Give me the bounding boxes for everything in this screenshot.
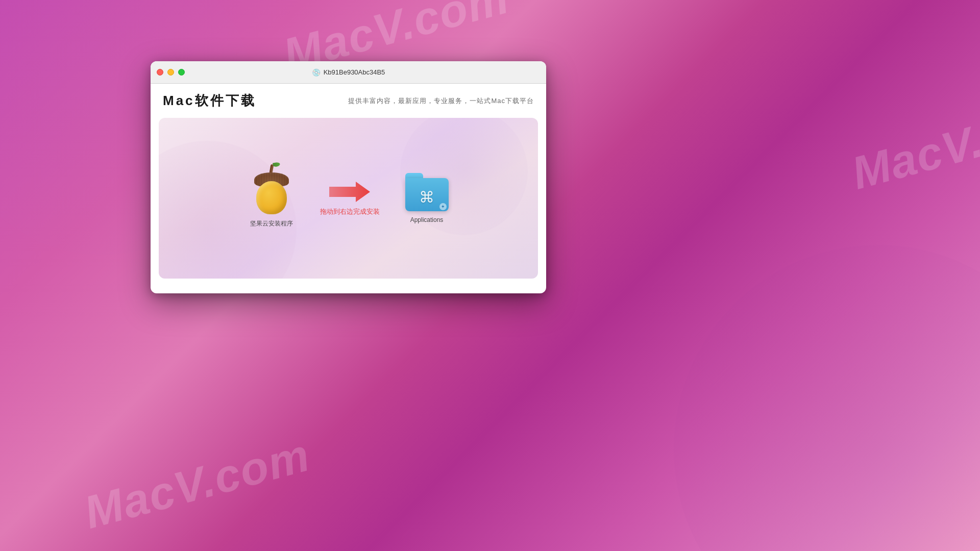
folder-corner-badge: ✦ — [439, 203, 447, 210]
app-icon-item[interactable]: 坚果云安装程序 — [249, 168, 295, 228]
window-title: Kb91Be930Abc34B5 — [324, 68, 385, 76]
drag-arrow-icon — [329, 181, 370, 203]
applications-folder-icon: ⌘ ✦ — [405, 173, 449, 211]
window-title-area: 💿 Kb91Be930Abc34B5 — [312, 68, 385, 77]
app-icon-label: 坚果云安装程序 — [250, 219, 293, 228]
watermark-right: MacV.c — [846, 108, 980, 200]
app-title: Mac软件下载 — [163, 92, 256, 110]
watermark-bottom-left: MacV.com — [79, 429, 315, 539]
svg-marker-0 — [329, 182, 370, 202]
folder-body: ⌘ ✦ — [405, 178, 449, 211]
title-bar: 💿 Kb91Be930Abc34B5 — [151, 61, 546, 84]
dmg-content: 坚果云安装程序 拖动到右边完成安装 — [249, 168, 449, 228]
acorn-body — [256, 181, 287, 214]
minimize-button[interactable] — [167, 69, 174, 76]
installer-window: 💿 Kb91Be930Abc34B5 Mac软件下载 提供丰富内容，最新应用，专… — [151, 61, 546, 293]
disk-icon: 💿 — [312, 68, 321, 77]
app-subtitle: 提供丰富内容，最新应用，专业服务，一站式Mac下载平台 — [348, 96, 534, 106]
folder-app-symbol: ⌘ — [419, 188, 434, 206]
window-header: Mac软件下载 提供丰富内容，最新应用，专业服务，一站式Mac下载平台 — [151, 84, 546, 118]
acorn-app-icon — [249, 168, 295, 214]
traffic-lights — [157, 69, 185, 76]
close-button[interactable] — [157, 69, 163, 76]
applications-folder-item[interactable]: ⌘ ✦ Applications — [405, 173, 449, 223]
bg-shape-2 — [674, 245, 980, 551]
maximize-button[interactable] — [178, 69, 185, 76]
drag-instruction-area: 拖动到右边完成安装 — [320, 181, 380, 216]
dmg-drop-area[interactable]: 坚果云安装程序 拖动到右边完成安装 — [159, 118, 538, 279]
applications-folder-label: Applications — [410, 216, 444, 223]
drag-instruction-text: 拖动到右边完成安装 — [320, 207, 380, 216]
